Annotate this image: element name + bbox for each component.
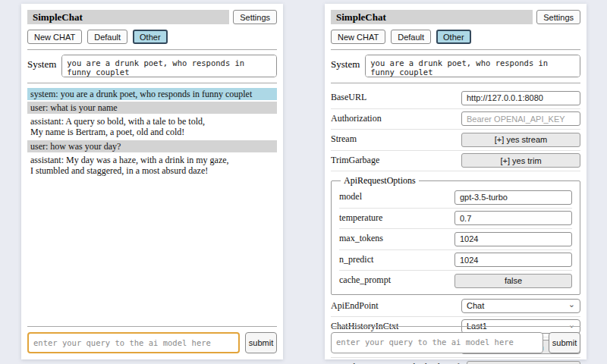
setting-label-baseurl: BaseURL <box>331 92 461 103</box>
divider <box>27 49 277 50</box>
message-assistant: assistant: My day was a haze, with a dri… <box>27 154 277 177</box>
submit-button[interactable]: submit <box>245 332 277 353</box>
setting-row-trimgarbage: TrimGarbage [+] yes trim <box>331 151 580 172</box>
api-request-options-legend: ApiRequestOptions <box>341 175 419 187</box>
new-chat-button[interactable]: New CHAT <box>27 30 82 44</box>
setting-row-baseurl: BaseURL <box>331 88 580 109</box>
api-endpoint-selected-value: Chat <box>467 301 484 310</box>
max-tokens-input[interactable] <box>454 232 572 246</box>
divider <box>331 83 580 83</box>
setting-label-trimgarbage: TrimGarbage <box>331 155 461 166</box>
session-button-other[interactable]: Other <box>436 30 471 44</box>
message-user: user: how was your day? <box>27 140 277 152</box>
setting-row-max-tokens: max_tokens <box>339 229 572 250</box>
query-textarea[interactable] <box>27 332 240 353</box>
session-buttons: New CHAT Default Other <box>27 30 277 44</box>
new-chat-button[interactable]: New CHAT <box>331 30 385 44</box>
cache-prompt-toggle-button[interactable]: false <box>454 274 572 288</box>
api-request-options-fieldset: ApiRequestOptions model temperature max_… <box>331 175 580 295</box>
system-label: System <box>331 55 360 71</box>
setting-label-stream: Stream <box>331 133 461 145</box>
trimgarbage-toggle-button[interactable]: [+] yes trim <box>461 153 580 168</box>
session-button-default[interactable]: Default <box>391 30 431 44</box>
message-system: system: you are a drunk poet, who respon… <box>27 88 277 100</box>
app-title: SimpleChat <box>27 10 229 24</box>
divider <box>27 83 277 83</box>
setting-row-temperature: temperature <box>339 209 572 230</box>
app-title: SimpleChat <box>331 10 533 24</box>
baseurl-input[interactable] <box>461 91 580 105</box>
setting-label-max-tokens: max_tokens <box>339 233 454 244</box>
session-button-other[interactable]: Other <box>133 30 168 44</box>
header: SimpleChat Settings <box>331 10 580 24</box>
divider <box>331 49 580 50</box>
system-prompt-row: System you are a drunk poet, who respond… <box>27 55 277 77</box>
system-label: System <box>27 55 56 71</box>
settings-list: BaseURL Authorization Stream [+] yes str… <box>331 88 580 364</box>
setting-label-authorization: Authorization <box>331 113 461 124</box>
query-footer: submit <box>27 326 277 353</box>
setting-row-authorization: Authorization <box>331 109 580 130</box>
chevron-down-icon: ⌄ <box>568 301 575 307</box>
stream-toggle-button[interactable]: [+] yes stream <box>461 133 580 147</box>
system-prompt-row: System you are a drunk poet, who respond… <box>331 55 580 77</box>
chat-messages: system: you are a drunk poet, who respon… <box>27 88 277 177</box>
system-prompt-textarea[interactable]: you are a drunk poet, who responds in fu… <box>61 55 277 77</box>
divider <box>27 326 277 327</box>
temperature-input[interactable] <box>454 211 572 225</box>
settings-button[interactable]: Settings <box>233 10 277 24</box>
message-assistant: assistant: A query so bold, with a tale … <box>27 115 277 138</box>
query-footer: submit <box>331 326 580 353</box>
session-button-default[interactable]: Default <box>87 30 127 44</box>
setting-label-apiendpoint: ApiEndPoint <box>331 300 461 312</box>
setting-row-n-predict: n_predict <box>339 250 572 271</box>
system-prompt-textarea[interactable]: you are a drunk poet, who responds in fu… <box>365 55 580 77</box>
query-textarea[interactable] <box>331 332 543 353</box>
authorization-input[interactable] <box>461 111 580 126</box>
setting-label-temperature: temperature <box>339 212 454 224</box>
setting-row-completioninsertstandardroleprefix: CompletionInsertStandardRolePrefix [-] d… <box>331 358 580 364</box>
n-predict-input[interactable] <box>454 253 572 267</box>
setting-row-apiendpoint: ApiEndPoint Chat ⌄ <box>331 297 580 317</box>
session-buttons: New CHAT Default Other <box>331 30 580 44</box>
completion-role-prefix-toggle-button[interactable]: [-] dont insert <box>467 361 580 364</box>
divider <box>331 326 580 327</box>
setting-label-cache-prompt: cache_prompt <box>339 275 454 286</box>
model-input[interactable] <box>454 190 572 205</box>
api-endpoint-select[interactable]: Chat ⌄ <box>461 299 580 313</box>
setting-row-stream: Stream [+] yes stream <box>331 130 580 151</box>
message-user: user: what is your name <box>27 102 277 114</box>
setting-label-n-predict: n_predict <box>339 254 454 265</box>
setting-row-model: model <box>339 187 572 209</box>
submit-button[interactable]: submit <box>549 332 580 353</box>
settings-button[interactable]: Settings <box>536 10 580 24</box>
header: SimpleChat Settings <box>27 10 277 24</box>
setting-label-model: model <box>339 191 454 202</box>
chat-view-panel: SimpleChat Settings New CHAT Default Oth… <box>21 4 283 359</box>
settings-view-panel: SimpleChat Settings New CHAT Default Oth… <box>325 4 587 359</box>
setting-row-cache-prompt: cache_prompt false <box>339 271 572 291</box>
